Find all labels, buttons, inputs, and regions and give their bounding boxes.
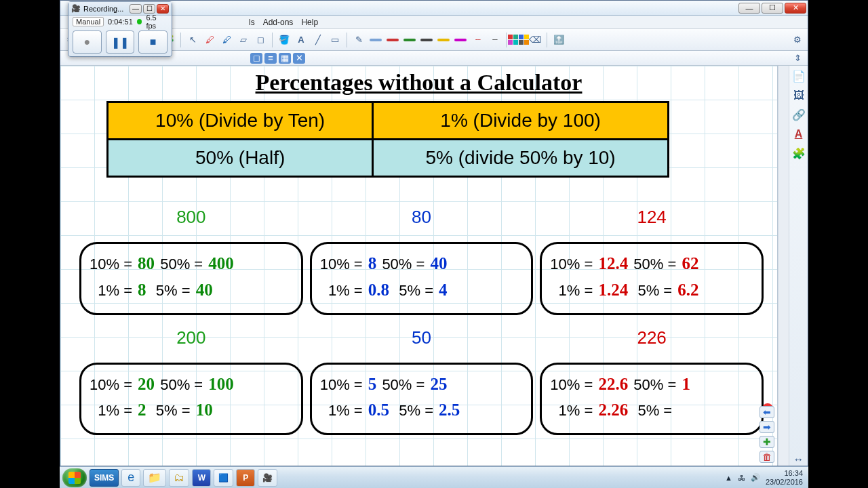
whiteboard-canvas[interactable]: Percentages without a Calculator 10% (Di… [60, 66, 778, 466]
menu-item[interactable]: Add-ons [263, 18, 294, 27]
pen-red-icon[interactable]: 🖊 [202, 33, 217, 47]
taskbar-app-folder[interactable]: 🗂 [169, 469, 189, 487]
rule-10-percent: 10% (Divide by Ten) [108, 102, 373, 140]
taskbar-app-word[interactable]: W [192, 469, 211, 487]
page-navigation: ⬅ ➡ ✚ 🗑 [760, 406, 774, 463]
vertical-scrollbar[interactable] [778, 66, 789, 466]
example-bubble: 10% = 80 50% = 400 1% = 8 5% = 40 [79, 242, 303, 315]
side-gallery-icon[interactable]: 🖼 [793, 89, 804, 102]
add-page-button[interactable]: ✚ [760, 436, 774, 448]
recorder-max-button[interactable]: ☐ [143, 4, 155, 14]
bucket-icon[interactable]: 🪣 [277, 33, 292, 47]
example-bubble: 10% = 8 50% = 40 1% = 0.8 5% = 4 [310, 242, 534, 315]
taskbar-app-smart[interactable]: 🟦 [214, 469, 233, 487]
tray-sound-icon[interactable]: 🔊 [751, 473, 760, 482]
text-icon[interactable]: A [294, 33, 309, 47]
recorder-stop-button[interactable]: ■ [138, 30, 167, 54]
delete-page-button[interactable]: 🗑 [760, 451, 774, 463]
example-header: 124 [540, 207, 764, 230]
pen-tool-icon[interactable]: ✎ [351, 33, 366, 47]
whiteboard-app-window: — ☐ ✕ ls Add-ons Help ✂ 📷 🖼 🔍 🖱 🧩 ↖ 🖊 🖊 … [60, 0, 808, 466]
menu-item[interactable]: ls [249, 18, 255, 27]
line4-icon[interactable] [419, 33, 434, 47]
system-tray[interactable]: ▲ 🖧 🔊 16:34 23/02/2016 [725, 469, 806, 485]
example-header: 200 [79, 327, 303, 350]
dash1-icon[interactable]: ┄ [470, 33, 485, 47]
example-bubble: 10% = 22.6 50% = 1 1% = 2.26 5% = [540, 363, 764, 436]
example-bubble: 10% = 12.4 50% = 62 1% = 1.24 5% = 6.2 [540, 242, 764, 315]
taskbar-app-powerpoint[interactable]: P [236, 469, 255, 487]
side-attach-icon[interactable]: 🔗 [792, 108, 806, 121]
recorder-fps: 6.5 fps [146, 14, 167, 30]
shape-icon[interactable]: ▭ [328, 33, 342, 47]
window-close-button[interactable]: ✕ [785, 3, 806, 14]
screen-recorder-panel[interactable]: 🎥 Recording... — ☐ ✕ Manual 0:04:51 6.5 … [68, 1, 172, 57]
page-title: Percentages without a Calculator [60, 70, 777, 96]
menu-item[interactable]: Help [301, 18, 318, 27]
line3-icon[interactable] [402, 33, 417, 47]
collapse-toolbar-icon[interactable]: ⇕ [790, 51, 805, 66]
pen-blue-icon[interactable]: 🖊 [219, 33, 234, 47]
window-titlebar[interactable]: — ☐ ✕ [60, 1, 808, 16]
taskbar[interactable]: SIMS e 📁 🗂 W 🟦 P 🎥 ▲ 🖧 🔊 16:34 23/02/201… [60, 466, 808, 488]
taskbar-app-recorder[interactable]: 🎥 [258, 469, 277, 487]
eraser-icon[interactable]: ▱ [236, 33, 251, 47]
rule-1-percent: 1% (Divide by 100) [373, 102, 669, 140]
recorder-record-button[interactable]: ● [73, 30, 102, 54]
color-palette-icon[interactable] [511, 33, 526, 47]
window-maximize-button[interactable]: ☐ [762, 3, 783, 14]
cursor-icon[interactable]: ↖ [185, 33, 200, 47]
prev-page-button[interactable]: ⬅ [760, 406, 774, 418]
recorder-min-button[interactable]: — [130, 4, 142, 14]
rule-5-percent: 5% (divide 50% by 10) [373, 140, 669, 177]
example-header: 800 [79, 207, 303, 230]
line2-icon[interactable] [385, 33, 400, 47]
side-page-icon[interactable]: 📄 [792, 70, 806, 83]
main-toolbar: ✂ 📷 🖼 🔍 🖱 🧩 ↖ 🖊 🖊 ▱ ◻ 🪣 A ╱ ▭ ✎ [60, 29, 808, 51]
recorder-close-button[interactable]: ✕ [157, 4, 169, 14]
side-expand-icon[interactable]: ↔ [793, 453, 804, 466]
taskbar-app-ie[interactable]: e [121, 469, 140, 487]
line-icon[interactable]: ╱ [311, 33, 326, 47]
shapes-icon[interactable]: ◻ [253, 33, 268, 47]
recorder-time: 0:04:51 [108, 18, 133, 26]
example-header: 226 [540, 327, 764, 350]
dropdown-icon[interactable]: 🔝 [551, 33, 566, 47]
window-minimize-button[interactable]: — [738, 3, 760, 14]
start-button[interactable] [62, 468, 87, 487]
clear-icon[interactable]: ⌫ [528, 33, 542, 47]
secondary-toolbar: ◻ ≡ ▦ ✕ ⇕ [60, 51, 808, 66]
next-page-button[interactable]: ➡ [760, 421, 774, 433]
recorder-pause-button[interactable]: ❚❚ [106, 30, 135, 54]
recorder-title: Recording... [83, 5, 123, 13]
tool-c-icon[interactable]: ▦ [279, 53, 291, 64]
line5-icon[interactable] [436, 33, 451, 47]
tray-clock[interactable]: 16:34 23/02/2016 [766, 469, 803, 485]
percentage-rules-table: 10% (Divide by Ten) 1% (Divide by 100) 5… [106, 101, 669, 178]
example-header: 80 [310, 207, 534, 230]
side-addon-icon[interactable]: 🧩 [792, 147, 806, 160]
tray-network-icon[interactable]: 🖧 [738, 474, 745, 482]
line6-icon[interactable] [453, 33, 468, 47]
recorder-mode[interactable]: Manual [73, 17, 104, 26]
tool-d-icon[interactable]: ✕ [293, 53, 305, 64]
tool-a-icon[interactable]: ◻ [250, 53, 262, 64]
taskbar-app-explorer[interactable]: 📁 [143, 469, 166, 487]
tool-b-icon[interactable]: ≡ [264, 53, 277, 64]
example-header: 50 [310, 327, 534, 350]
taskbar-app-sims[interactable]: SIMS [90, 469, 119, 487]
dash2-icon[interactable]: ┄ [487, 33, 502, 47]
tray-flag-icon[interactable]: ▲ [725, 474, 732, 482]
rule-50-percent: 50% (Half) [108, 140, 373, 177]
example-bubble: 10% = 20 50% = 100 1% = 2 5% = 10 [79, 363, 303, 436]
settings-gear-icon[interactable]: ⚙ [790, 33, 805, 47]
recording-indicator-icon [137, 19, 142, 24]
side-text-icon[interactable]: A [795, 128, 803, 140]
side-tool-panel: 📄 🖼 🔗 A 🧩 ↔ [789, 66, 808, 466]
recorder-app-icon: 🎥 [71, 4, 81, 13]
example-bubble: 10% = 5 50% = 25 1% = 0.5 5% = 2.5 [310, 363, 534, 436]
line1-icon[interactable] [368, 33, 383, 47]
menu-bar[interactable]: ls Add-ons Help [60, 16, 808, 29]
